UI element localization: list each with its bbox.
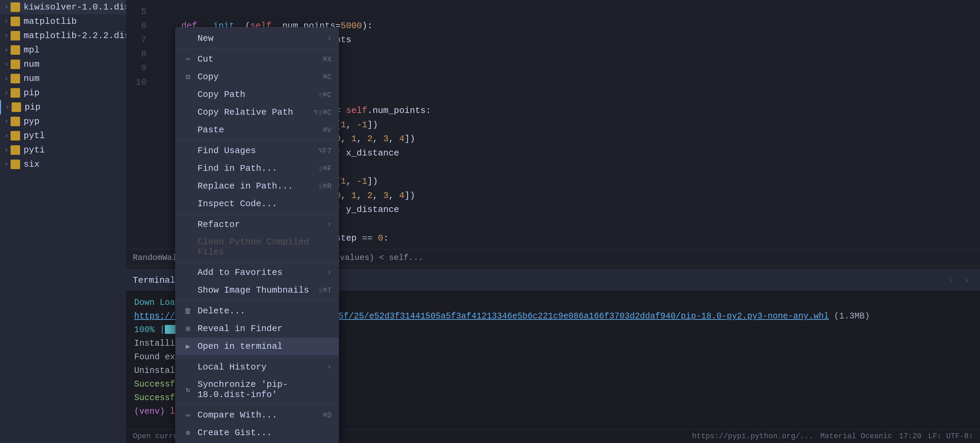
menu-item-refactor[interactable]: Refactor › bbox=[176, 216, 339, 233]
menu-item-local-history[interactable]: Local History › bbox=[176, 358, 339, 376]
menu-item-sync-label: Synchronize 'pip-18.0.dist-info' bbox=[197, 379, 332, 400]
menu-item-gist-label: Create Gist... bbox=[197, 428, 332, 438]
sidebar-item-matplotlib-distinfo[interactable]: › matplotlib-2.2.2.dist-info bbox=[0, 29, 126, 43]
terminal-title: Terminal bbox=[133, 275, 175, 286]
menu-item-copy-label: Copy bbox=[197, 72, 317, 82]
sidebar-item-pyti[interactable]: › pyti bbox=[0, 143, 126, 157]
menu-item-inspect-label: Inspect Code... bbox=[197, 199, 332, 209]
menu-item-paste-label: Paste bbox=[197, 125, 317, 135]
copy-relative-icon bbox=[183, 107, 193, 118]
editor-area: 5 6 7 8 9 10 def __ini bbox=[126, 0, 980, 443]
status-time: 17:20 bbox=[899, 432, 921, 441]
menu-item-copy-relative-label: Copy Relative Path bbox=[197, 107, 308, 117]
folder-icon bbox=[11, 17, 20, 26]
find-usages-shortcut: ⌥F7 bbox=[318, 146, 332, 156]
menu-item-find-usages-label: Find Usages bbox=[197, 146, 313, 156]
sidebar-item-mpl[interactable]: › mpl bbox=[0, 43, 126, 57]
menu-item-delete[interactable]: 🗑 Delete... bbox=[176, 302, 339, 320]
menu-item-thumbnails[interactable]: Show Image Thumbnails ⇧⌘T bbox=[176, 281, 339, 299]
menu-item-new-label: New bbox=[197, 33, 325, 44]
folder-icon bbox=[11, 45, 20, 55]
menu-item-replace-label: Replace in Path... bbox=[197, 181, 313, 191]
folder-icon bbox=[11, 74, 20, 83]
menu-item-cut-label: Cut bbox=[197, 54, 317, 64]
sidebar-item-label: num bbox=[24, 59, 40, 70]
menu-item-new[interactable]: New › bbox=[176, 30, 339, 47]
thumbnails-shortcut: ⇧⌘T bbox=[318, 286, 332, 295]
menu-item-open-terminal[interactable]: ▶ Open in terminal bbox=[176, 338, 339, 355]
menu-divider-2 bbox=[176, 140, 339, 141]
menu-item-add-favorites[interactable]: Add to Favorites › bbox=[176, 264, 339, 281]
menu-item-reveal-label: Reveal in Finder bbox=[197, 324, 332, 334]
copy-relative-shortcut: ⌥⇧⌘C bbox=[313, 108, 332, 117]
menu-item-reveal-finder[interactable]: ⊞ Reveal in Finder bbox=[176, 320, 339, 338]
sidebar-item-label: pyp bbox=[24, 116, 40, 127]
chevron-icon: › bbox=[4, 60, 8, 69]
replace-icon bbox=[183, 181, 193, 192]
menu-item-thumbnails-label: Show Image Thumbnails bbox=[197, 285, 313, 295]
chevron-icon: › bbox=[4, 17, 8, 26]
sidebar-item-label: pyti bbox=[24, 145, 45, 155]
sidebar-item-matplotlib[interactable]: › matplotlib bbox=[0, 14, 126, 29]
menu-item-find-usages[interactable]: Find Usages ⌥F7 bbox=[176, 142, 339, 160]
favorites-icon bbox=[183, 267, 193, 278]
folder-icon bbox=[11, 145, 20, 155]
copy-path-shortcut: ⇧⌘C bbox=[318, 90, 332, 99]
folder-icon bbox=[11, 60, 20, 69]
sidebar-item-label: pip bbox=[24, 102, 41, 112]
sidebar-item-six[interactable]: › six bbox=[0, 157, 126, 171]
terminal-minimize-button[interactable]: ↓ bbox=[961, 274, 973, 286]
terminal-more-button[interactable]: ⋮ bbox=[945, 274, 957, 286]
menu-item-copy[interactable]: ⊡ Copy ⌘C bbox=[176, 68, 339, 86]
cut-icon: ✂ bbox=[183, 54, 193, 65]
folder-icon bbox=[11, 102, 21, 112]
sidebar-item-label: six bbox=[24, 159, 40, 170]
sidebar-item-pip1[interactable]: › pip bbox=[0, 86, 126, 100]
status-encoding: LF↕ UTF-8↕ bbox=[928, 432, 973, 441]
chevron-icon: › bbox=[4, 46, 8, 54]
chevron-icon: › bbox=[4, 3, 8, 11]
menu-item-copy-relative-path[interactable]: Copy Relative Path ⌥⇧⌘C bbox=[176, 103, 339, 121]
menu-item-cut[interactable]: ✂ Cut ⌘X bbox=[176, 50, 339, 68]
menu-item-compare-label: Compare With... bbox=[197, 410, 317, 420]
find-usages-icon bbox=[183, 145, 193, 156]
sidebar-item-pyp[interactable]: › pyp bbox=[0, 114, 126, 129]
sidebar-item-label: matplotlib-2.2.2.dist-info bbox=[24, 31, 126, 41]
history-arrow: › bbox=[327, 363, 332, 372]
sidebar-item-pytl[interactable]: › pytl bbox=[0, 129, 126, 143]
folder-icon bbox=[11, 88, 20, 98]
favorites-arrow: › bbox=[327, 268, 332, 277]
menu-item-inspect-code[interactable]: Inspect Code... bbox=[176, 195, 339, 213]
status-url: https://pypi.python.org/... bbox=[692, 432, 813, 441]
menu-item-paste[interactable]: Paste ⌘V bbox=[176, 121, 339, 139]
breadcrumb-part1: RandomWalk bbox=[133, 253, 182, 262]
cut-shortcut: ⌘X bbox=[323, 55, 332, 64]
menu-item-synchronize[interactable]: ↻ Synchronize 'pip-18.0.dist-info' bbox=[176, 376, 339, 403]
menu-item-clean-label: Clean Python Compiled Files bbox=[197, 237, 332, 257]
history-icon bbox=[183, 362, 193, 373]
chevron-icon: › bbox=[4, 160, 8, 169]
submenu-arrow: › bbox=[327, 34, 332, 43]
terminal-icon: ▶ bbox=[183, 341, 193, 352]
sidebar-item-num1[interactable]: › num bbox=[0, 57, 126, 71]
find-path-shortcut: ⇧⌘F bbox=[318, 164, 332, 173]
menu-divider-3 bbox=[176, 214, 339, 214]
sidebar-item-pip2[interactable]: › pip bbox=[0, 100, 126, 114]
refactor-arrow: › bbox=[327, 221, 332, 229]
menu-divider-5 bbox=[176, 300, 339, 301]
menu-item-copy-path[interactable]: Copy Path ⇧⌘C bbox=[176, 86, 339, 103]
menu-item-find-in-path[interactable]: Find in Path... ⇧⌘F bbox=[176, 160, 339, 177]
menu-item-replace-in-path[interactable]: Replace in Path... ⇧⌘R bbox=[176, 177, 339, 195]
find-path-icon bbox=[183, 163, 193, 174]
sidebar: › kiwisolver-1.0.1.dist-info › matplotli… bbox=[0, 0, 126, 443]
sidebar-item-num2[interactable]: › num bbox=[0, 71, 126, 86]
menu-item-create-gist[interactable]: ⊕ Create Gist... bbox=[176, 424, 339, 441]
sidebar-item-kiwisolver[interactable]: › kiwisolver-1.0.1.dist-info bbox=[0, 0, 126, 14]
menu-item-find-path-label: Find in Path... bbox=[197, 163, 313, 173]
chevron-icon: › bbox=[4, 32, 8, 40]
menu-item-compare[interactable]: ⇔ Compare With... ⌘D bbox=[176, 406, 339, 424]
menu-divider-7 bbox=[176, 405, 339, 405]
chevron-icon: › bbox=[5, 103, 10, 111]
chevron-icon: › bbox=[4, 146, 8, 154]
copy-icon: ⊡ bbox=[183, 71, 193, 83]
